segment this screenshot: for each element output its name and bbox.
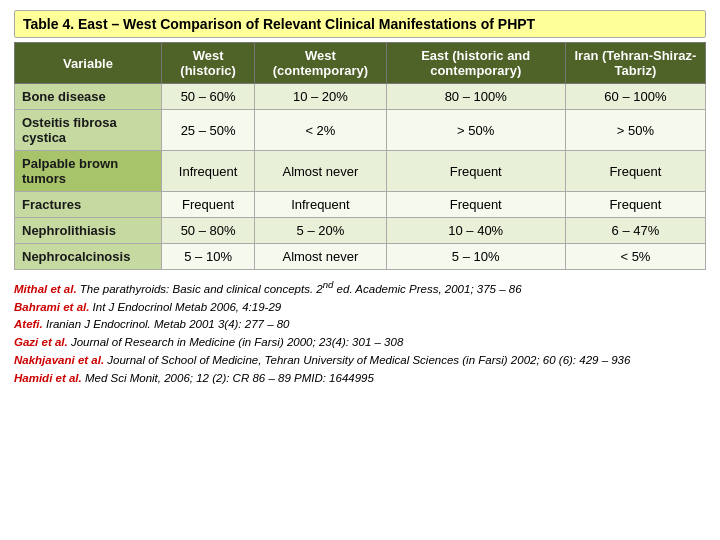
table-title: Table 4. East – West Comparison of Relev… bbox=[14, 10, 706, 38]
ref-author: Bahrami et al. bbox=[14, 301, 89, 313]
ref-author: Hamidi et al. bbox=[14, 372, 82, 384]
row-value: 50 – 60% bbox=[161, 84, 254, 110]
row-value: < 2% bbox=[255, 110, 386, 151]
col-header-iran: Iran (Tehran-Shiraz-Tabriz) bbox=[565, 43, 705, 84]
row-variable: Palpable brown tumors bbox=[15, 151, 162, 192]
row-value: > 50% bbox=[386, 110, 565, 151]
row-value: 5 – 10% bbox=[161, 244, 254, 270]
row-value: 25 – 50% bbox=[161, 110, 254, 151]
ref-text: The parathyroids: Basic and clinical con… bbox=[77, 283, 522, 295]
reference-line: Bahrami et al. Int J Endocrinol Metab 20… bbox=[14, 299, 706, 317]
col-header-west-contemporary: West (contemporary) bbox=[255, 43, 386, 84]
col-header-variable: Variable bbox=[15, 43, 162, 84]
ref-text: Int J Endocrinol Metab 2006, 4:19-29 bbox=[89, 301, 281, 313]
ref-author: Mithal et al. bbox=[14, 283, 77, 295]
table-row: Osteitis fibrosa cystica25 – 50%< 2%> 50… bbox=[15, 110, 706, 151]
reference-line: Hamidi et al. Med Sci Monit, 2006; 12 (2… bbox=[14, 370, 706, 388]
header-row: Variable West (historic) West (contempor… bbox=[15, 43, 706, 84]
comparison-table: Variable West (historic) West (contempor… bbox=[14, 42, 706, 270]
row-variable: Fractures bbox=[15, 192, 162, 218]
row-variable: Nephrocalcinosis bbox=[15, 244, 162, 270]
row-variable: Bone disease bbox=[15, 84, 162, 110]
row-value: Frequent bbox=[386, 192, 565, 218]
row-variable: Osteitis fibrosa cystica bbox=[15, 110, 162, 151]
row-value: 5 – 10% bbox=[386, 244, 565, 270]
reference-line: Nakhjavani et al. Journal of School of M… bbox=[14, 352, 706, 370]
row-value: 6 – 47% bbox=[565, 218, 705, 244]
title-rest: East – West Comparison of Relevant Clini… bbox=[74, 16, 535, 32]
ref-text: Iranian J Endocrinol. Metab 2001 3(4): 2… bbox=[43, 318, 290, 330]
row-value: Frequent bbox=[386, 151, 565, 192]
row-value: Frequent bbox=[565, 151, 705, 192]
ref-text: Journal of Research in Medicine (in Fars… bbox=[68, 336, 404, 348]
row-value: Almost never bbox=[255, 244, 386, 270]
row-value: 80 – 100% bbox=[386, 84, 565, 110]
row-variable: Nephrolithiasis bbox=[15, 218, 162, 244]
row-value: 50 – 80% bbox=[161, 218, 254, 244]
table-row: FracturesFrequentInfrequentFrequentFrequ… bbox=[15, 192, 706, 218]
row-value: Infrequent bbox=[255, 192, 386, 218]
ref-author: Nakhjavani et al. bbox=[14, 354, 104, 366]
ref-text: Journal of School of Medicine, Tehran Un… bbox=[104, 354, 630, 366]
title-prefix: Table 4. bbox=[23, 16, 74, 32]
ref-text: Med Sci Monit, 2006; 12 (2): CR 86 – 89 … bbox=[82, 372, 374, 384]
reference-line: Gazi et al. Journal of Research in Medic… bbox=[14, 334, 706, 352]
table-row: Nephrolithiasis50 – 80%5 – 20%10 – 40%6 … bbox=[15, 218, 706, 244]
col-header-west-historic: West (historic) bbox=[161, 43, 254, 84]
row-value: Frequent bbox=[161, 192, 254, 218]
row-value: < 5% bbox=[565, 244, 705, 270]
references-section: Mithal et al. The parathyroids: Basic an… bbox=[14, 278, 706, 388]
table-row: Nephrocalcinosis5 – 10%Almost never5 – 1… bbox=[15, 244, 706, 270]
col-header-east: East (historic and contemporary) bbox=[386, 43, 565, 84]
row-value: 10 – 40% bbox=[386, 218, 565, 244]
ref-author: Gazi et al. bbox=[14, 336, 68, 348]
table-row: Palpable brown tumorsInfrequentAlmost ne… bbox=[15, 151, 706, 192]
table-row: Bone disease50 – 60%10 – 20%80 – 100%60 … bbox=[15, 84, 706, 110]
row-value: Frequent bbox=[565, 192, 705, 218]
reference-line: Mithal et al. The parathyroids: Basic an… bbox=[14, 278, 706, 299]
reference-line: Atefi. Iranian J Endocrinol. Metab 2001 … bbox=[14, 316, 706, 334]
row-value: > 50% bbox=[565, 110, 705, 151]
row-value: Almost never bbox=[255, 151, 386, 192]
row-value: 60 – 100% bbox=[565, 84, 705, 110]
row-value: Infrequent bbox=[161, 151, 254, 192]
row-value: 5 – 20% bbox=[255, 218, 386, 244]
ref-author: Atefi. bbox=[14, 318, 43, 330]
row-value: 10 – 20% bbox=[255, 84, 386, 110]
